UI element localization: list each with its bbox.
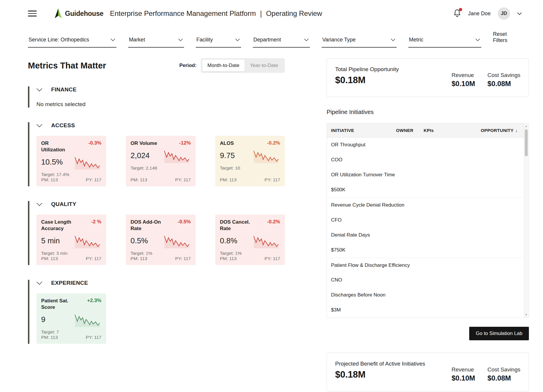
chevron-down-icon	[36, 124, 42, 127]
metric-value: 2,024	[131, 151, 162, 160]
sparkline-chart	[74, 154, 100, 170]
col-opportunity-sortable[interactable]: OPPORTUNITY ↓	[477, 123, 524, 137]
filter-department[interactable]: Department	[253, 35, 310, 48]
metric-card-dos-addon-rate[interactable]: DOS Add-On Rate -0.5% 0.5% Target: 1% PM…	[126, 215, 196, 265]
brand-name: Guidehouse	[65, 10, 103, 18]
chevron-down-icon	[391, 38, 395, 41]
chevron-down-icon	[36, 88, 42, 91]
metric-card-or-utilization[interactable]: OR Utilization -0.3% 10.5% Target: 17.4%…	[36, 136, 106, 186]
guidehouse-logo-icon	[54, 8, 62, 19]
scroll-down-icon[interactable]: ▼	[525, 312, 528, 317]
table-row[interactable]: OR Throughput COO OR Utilization Turnove…	[327, 138, 524, 198]
metric-title: OR Volume	[131, 140, 162, 147]
metric-delta: -0.3%	[88, 140, 101, 153]
cell-opportunity: $750K	[327, 243, 524, 258]
reset-filters-button[interactable]: Reset Filters	[493, 31, 522, 48]
section-quality-label: QUALITY	[51, 201, 76, 207]
filter-variance-type-label: Variance Type	[322, 37, 355, 43]
col-owner: OWNER	[392, 123, 420, 137]
scrollbar: ▲ ▼	[524, 124, 528, 317]
section-quality-header[interactable]: QUALITY	[36, 201, 285, 207]
hamburger-menu-icon[interactable]	[28, 11, 37, 16]
metric-delta: -12%	[179, 140, 191, 147]
section-finance-header[interactable]: FINANCE	[36, 86, 285, 93]
section-access: ACCESS OR Utilization -0.3% 10.5% Target…	[28, 122, 285, 186]
metric-card-alos[interactable]: ALOS -0.2% 9.75 Target: 10 PM: 113 PY: 1…	[215, 136, 285, 186]
scrollbar-thumb[interactable]	[525, 129, 528, 156]
section-experience-label: EXPERIENCE	[51, 280, 88, 286]
section-access-header[interactable]: ACCESS	[36, 122, 285, 129]
metric-target: Target: 2,148	[131, 165, 191, 171]
cost-savings-label: Cost Savings	[487, 366, 520, 373]
metric-value: 10.5%	[41, 158, 73, 167]
metric-py: PY: 117	[175, 256, 191, 261]
chevron-down-icon	[178, 38, 183, 41]
pipeline-initiatives-title: Pipeline Initiatives	[327, 109, 529, 115]
sparkline-chart	[164, 232, 190, 248]
notification-bell-button[interactable]	[453, 9, 461, 18]
filter-service-line-label: Service Line: Orthopedics	[29, 37, 89, 43]
period-toggle: Month-to-Date Year-to-Date	[201, 58, 285, 73]
sparkline-chart	[253, 147, 279, 163]
user-avatar[interactable]: JD	[498, 7, 510, 20]
chevron-down-icon	[36, 282, 42, 285]
chevron-down-icon	[235, 38, 240, 41]
table-row[interactable]: Revenue Cycle Denial Reduction CFO Denia…	[327, 198, 524, 258]
metric-delta: -0.2%	[267, 140, 280, 147]
sort-desc-icon: ↓	[515, 128, 518, 133]
go-to-simulation-lab-button[interactable]: Go to Simulation Lab	[469, 327, 529, 340]
scroll-up-icon[interactable]: ▲	[525, 124, 528, 129]
user-name: Jane Doe	[468, 11, 491, 17]
metric-card-dos-cancel-rate[interactable]: DOS Cancel. Rate -0.2% 0.8% Target: 1% P…	[215, 215, 285, 265]
cell-kpis: Discharges Before Noon	[327, 288, 524, 303]
filter-service-line[interactable]: Service Line: Orthopedics	[28, 35, 116, 48]
period-option-ytd[interactable]: Year-to-Date	[245, 60, 283, 71]
sparkline-chart	[74, 232, 100, 248]
metric-title: DOS Cancel. Rate	[220, 219, 251, 232]
revenue-label: Revenue	[452, 72, 475, 78]
metric-py: PY: 117	[265, 177, 280, 182]
guidehouse-logo: Guidehouse	[54, 8, 103, 19]
col-kpis: KPIs	[420, 123, 477, 137]
filter-department-label: Department	[253, 37, 281, 43]
sparkline-chart	[253, 232, 279, 248]
filter-market-label: Market	[129, 37, 145, 43]
filter-metric[interactable]: Metric	[408, 35, 481, 48]
page-title-main: Enterprise Performance Management Platfo…	[110, 9, 256, 18]
cell-initiative: Patient Flow & Discharge Efficiency	[327, 258, 524, 273]
metric-card-or-volume[interactable]: OR Volume -12% 2,024 Target: 2,148 PM: 1…	[126, 136, 196, 186]
page-title: Enterprise Performance Management Platfo…	[110, 9, 322, 18]
metrics-panel-title: Metrics That Matter	[28, 61, 106, 71]
filter-metric-label: Metric	[409, 37, 423, 43]
col-opportunity-label: OPPORTUNITY	[481, 128, 514, 133]
chevron-down-icon	[36, 203, 42, 206]
metric-pm: PM: 113	[131, 256, 147, 261]
title-separator: |	[260, 9, 262, 18]
initiatives-panel: Total Pipeline Opportunity $0.18M Revenu…	[327, 58, 529, 392]
revenue-value: $0.10M	[452, 80, 475, 88]
metric-delta: -0.5%	[178, 219, 191, 232]
cost-savings-value: $0.08M	[487, 374, 520, 382]
cell-kpis: Denial Rate Days	[327, 228, 524, 243]
filter-facility[interactable]: Facility	[196, 35, 241, 48]
section-finance: FINANCE No metrics selected	[28, 86, 285, 108]
table-row[interactable]: Patient Flow & Discharge Efficiency CNO …	[327, 258, 524, 318]
metric-card-case-length-accuracy[interactable]: Case Length Accuracy -2 % 5 min Target: …	[36, 215, 106, 265]
section-experience-header[interactable]: EXPERIENCE	[36, 280, 285, 286]
metric-title: OR Utilization	[41, 140, 73, 153]
metric-py: PY: 117	[86, 335, 101, 340]
metric-title: DOS Add-On Rate	[131, 219, 162, 232]
period-option-mtd[interactable]: Month-to-Date	[202, 60, 245, 71]
filter-market[interactable]: Market	[128, 35, 184, 48]
user-menu-chevron-down-icon[interactable]	[517, 12, 522, 15]
metric-target: Target: 10	[220, 165, 280, 171]
section-quality: QUALITY Case Length Accuracy -2 % 5 min …	[28, 201, 285, 265]
filter-variance-type[interactable]: Variance Type	[322, 35, 397, 48]
top-header: Guidehouse Enterprise Performance Manage…	[0, 0, 543, 27]
metric-title: ALOS	[220, 140, 251, 147]
scrollbar-track[interactable]	[524, 129, 528, 312]
sparkline-chart	[164, 147, 190, 163]
projected-benefit-card: Projected Benefit of Active Initiatives …	[327, 353, 529, 391]
metric-card-patient-sat-score[interactable]: Patient Sat. Score +2.3% 9 Target: 7 PM:…	[36, 293, 106, 344]
metric-delta: +2.3%	[87, 298, 101, 311]
